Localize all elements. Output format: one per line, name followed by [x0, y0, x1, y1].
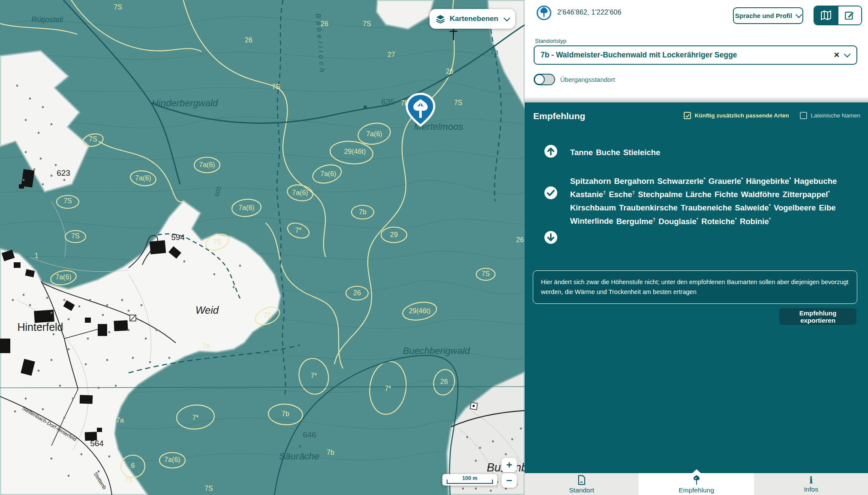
chevron-down-icon	[844, 51, 851, 58]
recommendation-panel: Empfehlung Künftig zusätzlich passende A…	[525, 102, 868, 473]
map-label: 7a(6)	[366, 130, 382, 138]
species-name: Stechpalme	[638, 190, 682, 199]
zoom-out-button[interactable]: −	[502, 473, 517, 488]
species-name: Winterlinde	[570, 217, 613, 226]
map-label: Buechberigwald	[403, 345, 470, 356]
map-label: 7S	[481, 270, 490, 277]
species-name: Buche	[596, 148, 620, 157]
future-species-checkbox[interactable]: Künftig zusätzlich passende Arten	[684, 112, 789, 119]
species-name: Kastanie†	[570, 190, 606, 199]
arrow-up-icon	[544, 144, 558, 158]
standorttyp-value: 7b - Waldmeister-Buchenwald mit Lockeräh…	[535, 51, 829, 60]
species-name: Spitzahorn	[570, 177, 611, 186]
bottom-tab-bar: Standort Empfehlung i Infos	[525, 473, 868, 495]
layers-icon	[436, 14, 445, 24]
map-label: 7S	[213, 238, 222, 246]
map-view-button[interactable]	[814, 6, 838, 24]
map-label: 7S	[454, 99, 463, 106]
language-profile-button[interactable]: Sprache und Profil	[733, 7, 803, 24]
map-label: 7S	[124, 477, 133, 484]
species-name: Robinie°	[740, 217, 771, 226]
map-label: Rütjosteli	[31, 15, 63, 24]
map-label: 7S	[63, 197, 72, 204]
map-label: 7b	[359, 208, 366, 216]
language-profile-label: Sprache und Profil	[735, 12, 792, 19]
recommendation-title: Empfehlung	[533, 111, 585, 121]
map-label: 7*	[384, 385, 391, 392]
map-label: 7a(6)	[55, 273, 71, 281]
map-label: 7S	[114, 3, 122, 11]
map-label: 7a(6)	[292, 189, 308, 196]
map-label: 7a	[202, 342, 210, 349]
map-label: 623	[57, 168, 70, 177]
view-switcher	[814, 6, 862, 25]
species-name: Salweide*	[735, 203, 770, 212]
check-icon	[544, 186, 558, 200]
map-label: 1	[35, 252, 39, 259]
topographic-map[interactable]: 7S267S2627267S7b7S7S7a(6)29(46t)7a(6)7a(…	[0, 0, 525, 495]
map-label: 7a(6)	[238, 204, 254, 211]
map-label: 646	[303, 430, 316, 439]
species-list-rising: Tanne Buche Stieleiche	[570, 147, 858, 158]
map-label: 7a(6)	[199, 161, 215, 168]
map-label: 7a	[116, 417, 124, 424]
info-icon: i	[809, 476, 813, 484]
tree-icon	[692, 475, 701, 485]
map-label: 29(46t)	[409, 307, 431, 315]
map-label: 7S	[71, 232, 80, 240]
tab-empfehlung-label: Empfehlung	[679, 486, 714, 494]
uebergangsstandort-toggle[interactable]	[534, 74, 555, 85]
tab-standort-label: Standort	[569, 486, 595, 494]
species-name: Hagebuche	[794, 177, 837, 186]
map-label: Hinterfeld	[18, 321, 63, 333]
map-label: 26	[440, 378, 448, 385]
export-recommendation-button[interactable]: Empfehlung exportieren	[779, 308, 856, 325]
species-name: Grauerle*	[709, 177, 743, 186]
map-scale-bar: 100 m	[442, 474, 497, 486]
map[interactable]: 7S267S2627267S7b7S7S7a(6)29(46t)7a(6)7a(…	[0, 0, 525, 495]
map-label: Hinderbergwald	[152, 98, 218, 108]
species-name: Bergahorn	[614, 177, 655, 186]
tab-standort[interactable]: Standort	[525, 473, 639, 495]
map-layers-label: Kartenebenen	[450, 15, 500, 23]
map-icon	[820, 10, 832, 21]
tab-empfehlung[interactable]: Empfehlung	[639, 473, 754, 495]
standorttyp-label: Standortstyp	[535, 38, 566, 44]
species-name: Hängebirke*	[746, 177, 791, 186]
map-label: 594	[171, 233, 185, 242]
map-label: 635	[381, 97, 395, 106]
map-label: 26	[245, 36, 252, 44]
map-label: Weid	[195, 304, 219, 316]
edit-view-button[interactable]	[838, 6, 862, 24]
tab-infos[interactable]: i Infos	[753, 473, 868, 495]
species-name: Vogelbeere	[774, 203, 816, 212]
species-name: Eibe	[819, 203, 836, 212]
clear-icon[interactable]: ✕	[829, 51, 845, 60]
side-panel: 2'646'862, 1'222'606 Sprache und Profil …	[525, 0, 868, 495]
map-label: 29	[390, 231, 398, 238]
chevron-down-icon	[504, 15, 511, 21]
species-name: Traubeneiche	[681, 203, 732, 212]
standorttyp-select[interactable]: 7b - Waldmeister-Buchenwald mit Lockeräh…	[534, 45, 857, 65]
map-label: 7S	[272, 83, 280, 90]
recommendation-options: Künftig zusätzlich passende Arten Latein…	[684, 112, 860, 119]
chevron-down-icon	[796, 12, 802, 18]
map-label: ×	[298, 442, 302, 450]
species-name: Waldföhre	[741, 190, 780, 199]
checkbox-unchecked-icon	[800, 112, 807, 119]
zoom-in-button[interactable]: +	[502, 458, 517, 472]
map-label: 26	[446, 68, 454, 75]
species-name: Douglasie°	[658, 217, 698, 226]
map-label: 7*	[192, 414, 198, 421]
map-label: 26	[353, 289, 361, 297]
map-label: 29(46t)	[344, 148, 366, 155]
uebergangsstandort-label: Übergangsstandort	[560, 76, 615, 83]
map-label: 7S	[263, 312, 272, 319]
map-label: 6	[131, 462, 135, 469]
scale-bracket	[447, 480, 493, 484]
species-name: Kirschbaum	[570, 203, 616, 212]
map-layers-button[interactable]: Kartenebenen	[429, 9, 515, 29]
species-name: Lärche	[685, 190, 712, 199]
map-label: Bu	[487, 461, 501, 474]
latin-names-checkbox[interactable]: Lateinische Namen	[800, 112, 860, 119]
